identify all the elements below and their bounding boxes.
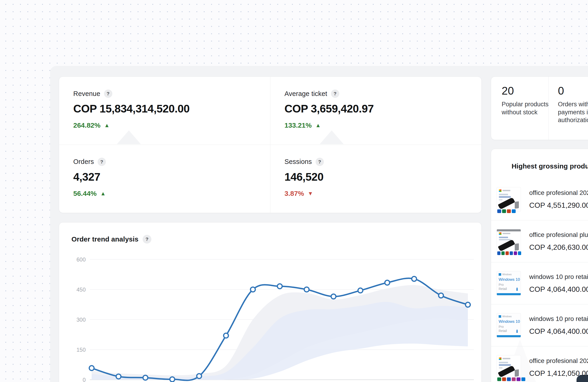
svg-text:150: 150 <box>77 347 86 353</box>
highest-grossing-products-card: Highest grossing products office profesi… <box>491 149 588 382</box>
product-price: COP 1,412,050.00 <box>529 369 588 378</box>
kpi-delta: 264.82% ▲ <box>73 121 256 129</box>
help-icon[interactable]: ? <box>315 158 324 166</box>
office-box-thumbnail <box>497 355 521 380</box>
kpi-label: Average ticket <box>285 90 327 98</box>
kpi-label: Revenue <box>73 90 100 98</box>
summary-value: 20 <box>502 84 548 97</box>
product-row[interactable]: office profesional 2021 COP 1,412,050.00 <box>491 346 588 382</box>
office-box-thumbnail <box>497 187 521 211</box>
chart-title: Order trend analysis <box>71 235 139 243</box>
kpi-cell-revenue: Revenue ? COP 15,834,314,520.00 264.82% … <box>59 77 270 145</box>
summary-label: Popular products without stock <box>502 100 549 116</box>
kpi-delta-value: 264.82% <box>73 121 100 129</box>
trend-up-icon: ▲ <box>315 122 321 129</box>
product-row[interactable]: Windows Windows 10 Pro Retail ⬇ windows … <box>491 304 588 346</box>
kpi-value: COP 3,659,420.97 <box>285 102 467 115</box>
product-price: COP 4,551,290.00 <box>529 201 588 210</box>
kpi-label: Sessions <box>285 158 312 165</box>
kpi-delta-value: 56.44% <box>73 190 97 198</box>
kpi-cell-average-ticket: Average ticket ? COP 3,659,420.97 133.21… <box>270 77 482 145</box>
product-row[interactable]: office profesional plus COP 4,206,630.00 <box>491 220 588 262</box>
office-box-thumbnail <box>497 229 521 253</box>
kpi-label: Orders <box>73 158 94 165</box>
kpi-cell-sessions: Sessions ? 146,520 3.87% ▼ <box>270 145 482 213</box>
products-card-title: Highest grossing products <box>491 162 588 170</box>
kpi-delta: 133.21% ▲ <box>285 121 467 129</box>
microsoft-logo-icon <box>499 232 502 235</box>
windows-logo-icon <box>499 273 501 276</box>
kpi-cell-orders: Orders ? 4,327 56.44% ▲ <box>59 145 270 213</box>
svg-text:450: 450 <box>77 286 86 293</box>
microsoft-logo-icon <box>499 189 502 192</box>
dashboard-content: Revenue ? COP 15,834,314,520.00 264.82% … <box>50 66 588 382</box>
trend-down-icon: ▼ <box>308 190 313 197</box>
product-name: windows 10 pro retail <box>529 315 588 322</box>
office-app-icons <box>497 377 525 381</box>
kpi-value: COP 15,834,314,520.00 <box>73 102 256 115</box>
svg-text:300: 300 <box>77 317 86 323</box>
kpi-value: 146,520 <box>285 171 467 183</box>
office-app-icons <box>497 209 516 213</box>
product-price: COP 4,064,400.00 <box>529 327 588 336</box>
kpi-value: 4,327 <box>73 171 256 183</box>
kpi-delta: 56.44% ▲ <box>73 190 256 198</box>
summary-cell-no-stock[interactable]: 20 Popular products without stock <box>491 77 549 140</box>
product-row[interactable]: office profesional 2021 COP 4,551,290.00 <box>491 178 588 220</box>
kpi-delta-value: 133.21% <box>285 121 312 129</box>
trend-up-icon: ▲ <box>100 190 106 197</box>
trend-up-icon: ▲ <box>104 122 109 129</box>
product-name: office profesional 2021 <box>529 189 588 197</box>
order-trend-card: Order trend analysis ? 6004503001500 <box>59 222 482 382</box>
product-price: COP 4,206,630.00 <box>529 243 588 252</box>
kpi-card: Revenue ? COP 15,834,314,520.00 264.82% … <box>59 77 482 213</box>
product-row[interactable]: Windows Windows 10 Pro Retail ⬇ windows … <box>491 262 588 304</box>
windows-logo-icon <box>499 315 501 318</box>
product-name: office profesional 2021 <box>529 357 588 364</box>
ghost-triangle <box>117 130 141 144</box>
help-icon[interactable]: ? <box>331 90 339 98</box>
help-icon[interactable]: ? <box>104 90 112 98</box>
help-icon[interactable]: ? <box>98 158 106 166</box>
windows-box-thumbnail: Windows Windows 10 Pro Retail ⬇ <box>497 313 521 338</box>
ghost-triangle <box>320 130 344 144</box>
product-price: COP 4,064,400.00 <box>529 285 588 294</box>
summary-card: 20 Popular products without stock 0 Orde… <box>491 77 588 140</box>
summary-label: Orders with payments in authorization <box>558 100 588 124</box>
office-app-icons <box>497 251 521 255</box>
product-name: office profesional plus <box>529 231 588 239</box>
kpi-delta-value: 3.87% <box>285 190 304 198</box>
product-name: windows 10 pro retail <box>529 273 588 281</box>
windows-box-thumbnail: Windows Windows 10 Pro Retail ⬇ <box>497 271 521 296</box>
help-icon[interactable]: ? <box>143 235 151 243</box>
order-trend-chart[interactable]: 6004503001500 <box>75 254 479 382</box>
svg-text:600: 600 <box>77 256 86 263</box>
download-arrow-icon: ⬇ <box>515 287 519 292</box>
summary-value: 0 <box>558 84 588 97</box>
svg-text:0: 0 <box>83 377 86 382</box>
microsoft-logo-icon <box>499 358 502 360</box>
summary-cell-payments-authorization[interactable]: 0 Orders with payments in authorization <box>549 77 588 140</box>
kpi-delta: 3.87% ▼ <box>285 190 467 198</box>
download-arrow-icon: ⬇ <box>515 329 519 334</box>
